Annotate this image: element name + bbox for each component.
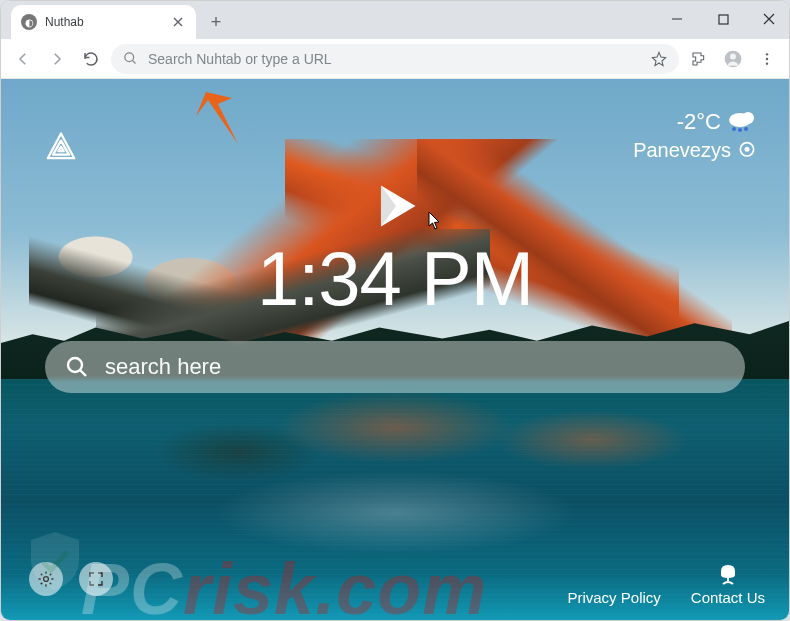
- svg-rect-0: [719, 15, 728, 24]
- back-button[interactable]: [9, 45, 37, 73]
- clock-display: 1:34 PM: [1, 235, 789, 322]
- minimize-button[interactable]: [663, 9, 691, 29]
- svg-point-9: [732, 127, 736, 131]
- profile-button[interactable]: [719, 45, 747, 73]
- cloud-rain-icon: [727, 110, 757, 134]
- address-bar-placeholder: Search Nuhtab or type a URL: [148, 51, 641, 67]
- menu-button[interactable]: [753, 45, 781, 73]
- brand-logo[interactable]: [39, 123, 83, 167]
- footer-links: Privacy Policy Contact Us: [567, 563, 765, 606]
- window-controls: [663, 9, 783, 29]
- page-search-bar[interactable]: [45, 341, 745, 393]
- weather-widget[interactable]: -2°C Panevezys: [633, 109, 757, 162]
- svg-point-5: [766, 57, 768, 59]
- annotation-arrow-icon: [188, 86, 258, 156]
- tab-close-button[interactable]: [170, 14, 186, 30]
- page-search-input[interactable]: [105, 354, 725, 380]
- svg-point-1: [125, 53, 134, 62]
- play-icon[interactable]: [368, 179, 422, 233]
- reload-button[interactable]: [77, 45, 105, 73]
- search-icon: [123, 51, 138, 66]
- svg-point-4: [766, 53, 768, 55]
- bookmark-star-icon[interactable]: [651, 51, 667, 67]
- watermark-shield-icon: [27, 530, 83, 592]
- search-icon: [65, 355, 89, 379]
- new-tab-button[interactable]: +: [202, 8, 230, 36]
- svg-point-11: [744, 127, 748, 131]
- browser-window: ◐ Nuthab + Search Nuhtab or type a URL: [0, 0, 790, 621]
- close-window-button[interactable]: [755, 9, 783, 29]
- contact-us-link[interactable]: Contact Us: [691, 563, 765, 606]
- watermark-text: PCrisk.com: [81, 548, 487, 621]
- svg-point-13: [745, 146, 750, 151]
- maximize-button[interactable]: [709, 9, 737, 29]
- svg-point-8: [742, 112, 754, 124]
- browser-toolbar: Search Nuhtab or type a URL: [1, 39, 789, 79]
- weather-location: Panevezys: [633, 139, 731, 162]
- svg-point-14: [68, 358, 82, 372]
- forward-button[interactable]: [43, 45, 71, 73]
- page-content: -2°C Panevezys 1:3: [1, 79, 789, 621]
- svg-point-6: [766, 62, 768, 64]
- location-pin-icon: [737, 141, 757, 161]
- svg-point-10: [738, 128, 742, 132]
- svg-point-3: [730, 53, 736, 59]
- titlebar: ◐ Nuthab +: [1, 1, 789, 39]
- chair-icon: [715, 563, 741, 585]
- privacy-policy-link[interactable]: Privacy Policy: [567, 589, 660, 606]
- contact-us-label: Contact Us: [691, 589, 765, 606]
- svg-rect-16: [727, 578, 729, 581]
- extensions-button[interactable]: [685, 45, 713, 73]
- address-bar[interactable]: Search Nuhtab or type a URL: [111, 44, 679, 74]
- weather-temperature: -2°C: [677, 109, 721, 135]
- page-overlay: -2°C Panevezys 1:3: [1, 79, 789, 621]
- tab-title: Nuthab: [45, 15, 170, 29]
- browser-tab[interactable]: ◐ Nuthab: [11, 5, 196, 39]
- tab-favicon: ◐: [21, 14, 37, 30]
- mouse-cursor-icon: [428, 211, 442, 231]
